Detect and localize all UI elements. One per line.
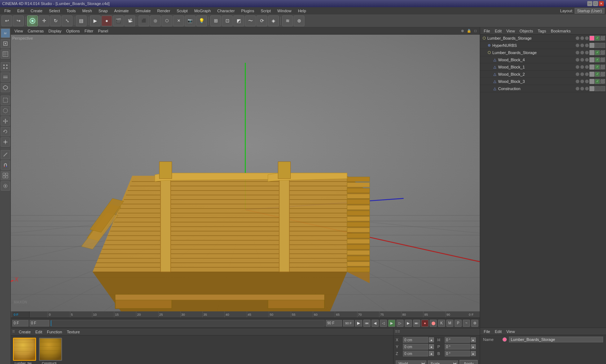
om-row-wood-block-3[interactable]: △ Wood_Block_3 ✓	[480, 78, 606, 85]
grid-tool[interactable]: ⊞	[210, 15, 221, 26]
x-pos-input[interactable]	[403, 337, 428, 343]
menu-select[interactable]: Select	[46, 8, 63, 14]
layout-value[interactable]: Startup (User)	[575, 8, 605, 14]
timeline-settings-button[interactable]: ⚙	[471, 320, 478, 327]
tool-points[interactable]	[1, 62, 10, 71]
tool-knife[interactable]	[1, 150, 10, 159]
om-color-swatch[interactable]	[589, 43, 594, 48]
play-reverse-button[interactable]: ◁	[380, 320, 387, 327]
tool-texture[interactable]	[1, 49, 10, 59]
om-check[interactable]: ✓	[595, 57, 600, 62]
tool-rotate[interactable]	[1, 127, 10, 136]
menu-file[interactable]: File	[1, 8, 14, 14]
menu-mesh[interactable]: Mesh	[79, 8, 95, 14]
light-tool[interactable]: 💡	[196, 15, 207, 26]
menu-character[interactable]: Character	[214, 8, 237, 14]
coord-system-select[interactable]: World Object Camera	[396, 360, 426, 364]
om-render-dot[interactable]	[580, 65, 584, 69]
move-button[interactable]: ✛	[39, 15, 49, 26]
om-check[interactable]: ✓	[595, 50, 600, 55]
transform-type-select[interactable]: Scale Position Rotation	[428, 360, 458, 364]
y-pos-lock[interactable]: ▲	[429, 344, 434, 349]
tool-select-live[interactable]	[1, 106, 10, 115]
om-menu-edit[interactable]: Edit	[493, 28, 504, 34]
mat-menu-edit[interactable]: Edit	[33, 329, 44, 335]
menu-plugins[interactable]: Plugins	[238, 8, 257, 14]
tool-move[interactable]	[1, 116, 10, 126]
h-rot-input[interactable]	[445, 337, 470, 343]
key-all-button[interactable]: K	[438, 320, 445, 327]
p-rot-lock[interactable]: ▲	[471, 344, 476, 349]
goto-end-button[interactable]: ⏭	[413, 320, 420, 327]
om-motion-dot[interactable]	[585, 65, 589, 69]
select-button[interactable]	[27, 15, 38, 26]
redo-button[interactable]: ↪	[13, 15, 24, 26]
maximize-button[interactable]: □	[593, 1, 598, 6]
play-forward-button[interactable]: ▶	[90, 15, 101, 26]
auto-key-button[interactable]: ⬤	[430, 320, 437, 327]
material-swatch-construction[interactable]: Constructi...	[39, 338, 62, 364]
material-swatch-lumber[interactable]: Lumber_Ne...	[13, 338, 36, 364]
prev-frame-button[interactable]: ◀	[372, 320, 379, 327]
minimize-button[interactable]: ─	[587, 1, 592, 6]
spline-tool[interactable]: 〜	[245, 15, 256, 26]
om-color-swatch[interactable]	[589, 36, 594, 41]
om-render-dot[interactable]	[580, 51, 584, 54]
vp-menu-options[interactable]: Options	[64, 28, 82, 34]
om-vis-dot[interactable]	[576, 51, 579, 54]
attr-menu-view[interactable]: View	[504, 329, 517, 334]
om-menu-view[interactable]: View	[504, 28, 517, 34]
tool-object[interactable]	[1, 39, 10, 48]
vp-menu-panel[interactable]: Panel	[96, 28, 110, 34]
menu-simulate[interactable]: Simulate	[132, 8, 154, 14]
om-vis-dot[interactable]	[576, 80, 579, 83]
menu-tools[interactable]: Tools	[63, 8, 79, 14]
motion-button[interactable]: M	[446, 320, 453, 327]
vp-icon-lock[interactable]: 🔒	[466, 28, 472, 34]
om-motion-dot[interactable]	[585, 51, 589, 54]
record-button[interactable]: ●	[421, 320, 429, 327]
om-menu-tags[interactable]: Tags	[536, 28, 548, 34]
mat-menu-texture[interactable]: Texture	[65, 329, 82, 335]
om-render-dot[interactable]	[580, 72, 584, 76]
effector-tool[interactable]: ⊛	[294, 15, 304, 26]
vp-icon-maximize[interactable]: □	[473, 28, 478, 34]
om-motion-dot[interactable]	[585, 44, 589, 47]
menu-render[interactable]: Render	[154, 8, 173, 14]
record-button[interactable]: ●	[101, 15, 112, 26]
p-rot-input[interactable]	[445, 344, 470, 350]
om-vis-dot[interactable]	[576, 65, 579, 69]
undo-button[interactable]: ↩	[1, 15, 12, 26]
menu-script[interactable]: Script	[258, 8, 274, 14]
rotate-button[interactable]: ↻	[50, 15, 61, 26]
loft-tool[interactable]: ◈	[268, 15, 279, 26]
om-vis-dot[interactable]	[576, 87, 579, 90]
om-check[interactable]: ✓	[595, 65, 600, 70]
goto-start-button[interactable]: ⏮	[363, 320, 370, 327]
om-check[interactable]: ✓	[595, 36, 600, 41]
attr-menu-file[interactable]: File	[482, 329, 492, 334]
render-button[interactable]: 🎬	[113, 15, 124, 26]
om-render-dot[interactable]	[580, 44, 584, 47]
om-color-swatch[interactable]	[589, 50, 594, 55]
scale-button[interactable]: ⤡	[62, 15, 73, 26]
viewport[interactable]: Perspective	[11, 35, 480, 311]
vp-menu-display[interactable]: Display	[46, 28, 63, 34]
sphere-tool[interactable]: ◎	[150, 15, 161, 26]
preview-button[interactable]: P	[454, 320, 462, 327]
deformer-tool[interactable]: ≋	[282, 15, 293, 26]
attr-color-swatch[interactable]	[502, 337, 507, 342]
sweep-tool[interactable]: ⟳	[256, 15, 267, 26]
om-row-lumber-storage-root[interactable]: ⬡ Lumber_Boards_Storage ✓	[480, 35, 606, 42]
om-motion-dot[interactable]	[585, 58, 589, 62]
mat-menu-function[interactable]: Function	[45, 329, 64, 335]
tool-matrix[interactable]	[1, 171, 10, 180]
x-pos-lock[interactable]: ▲	[429, 337, 434, 342]
om-motion-dot[interactable]	[585, 72, 589, 76]
menu-edit[interactable]: Edit	[14, 8, 27, 14]
play-fast-forward-button[interactable]: ▷	[396, 320, 404, 327]
om-motion-dot[interactable]	[585, 36, 589, 40]
frame-range-expand[interactable]: ▶	[355, 320, 362, 327]
om-motion-dot[interactable]	[585, 80, 589, 83]
om-vis-dot[interactable]	[576, 58, 579, 62]
